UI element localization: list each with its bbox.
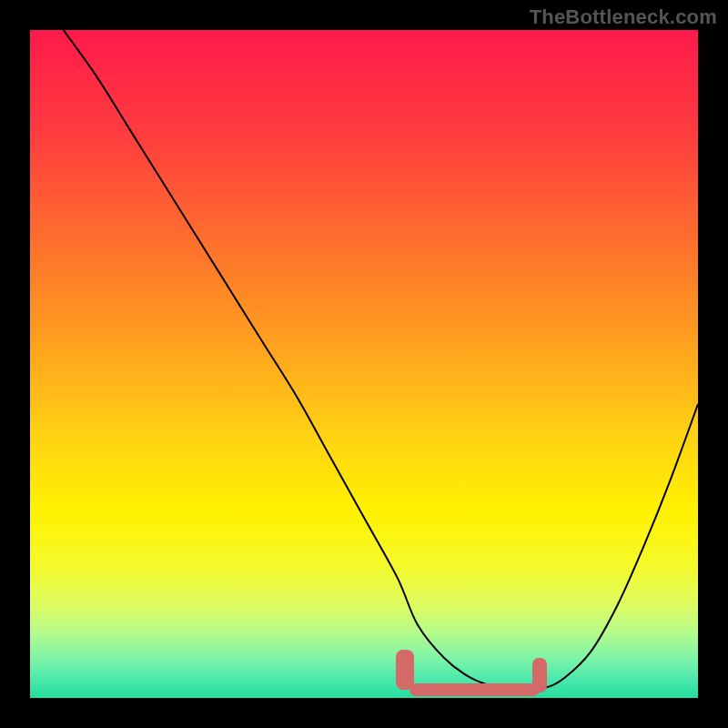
bottleneck-curve	[30, 30, 698, 698]
watermark-text: TheBottleneck.com	[530, 5, 717, 29]
optimal-marker	[532, 658, 547, 693]
optimal-marker	[410, 683, 540, 696]
chart-plot-area	[30, 30, 698, 698]
